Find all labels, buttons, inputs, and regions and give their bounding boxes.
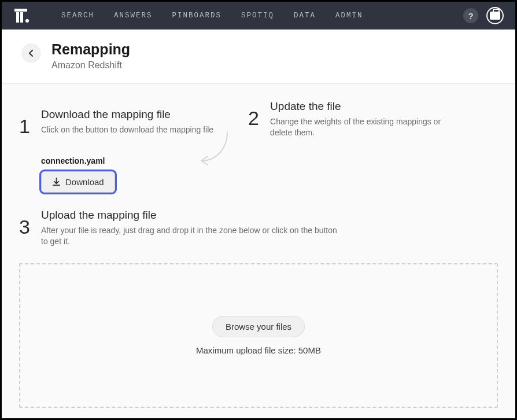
back-button[interactable]: [21, 43, 41, 63]
browse-files-button[interactable]: Browse your files: [212, 316, 305, 337]
upload-dropzone[interactable]: Browse your files Maximum upload file si…: [19, 263, 498, 408]
step-2-number: 2: [248, 108, 261, 193]
help-icon[interactable]: ?: [463, 8, 478, 23]
content: 1 Download the mapping file Click on the…: [2, 84, 515, 420]
step-3-desc: After your file is ready, just drag and …: [41, 225, 342, 247]
svg-rect-0: [14, 9, 27, 12]
briefcase-icon: [490, 12, 500, 20]
nav-data[interactable]: DATA: [294, 12, 316, 20]
svg-point-3: [25, 19, 29, 23]
step-2-desc: Change the weights of the existing mappi…: [270, 116, 461, 138]
svg-rect-2: [20, 12, 23, 23]
logo[interactable]: [14, 9, 29, 23]
max-upload-size: Maximum upload file size: 50MB: [196, 345, 321, 355]
steps-row: 1 Download the mapping file Click on the…: [19, 108, 498, 193]
step-3-number: 3: [19, 217, 32, 247]
step-1: 1 Download the mapping file Click on the…: [19, 108, 213, 193]
nav-spotiq[interactable]: SPOTIQ: [241, 12, 274, 20]
step-1-number: 1: [19, 116, 32, 193]
nav-admin[interactable]: ADMIN: [335, 12, 363, 20]
nav-answers[interactable]: ANSWERS: [114, 12, 153, 20]
page-title: Remapping: [51, 41, 130, 58]
mapping-filename: connection.yaml: [41, 156, 213, 165]
download-button-label: Download: [65, 177, 104, 187]
nav-search[interactable]: SEARCH: [61, 12, 94, 20]
download-button[interactable]: Download: [41, 171, 115, 193]
page-header: Remapping Amazon Redshift: [2, 30, 515, 84]
step-2: 2 Update the file Change the weights of …: [248, 100, 461, 193]
nav-pinboards[interactable]: PINBOARDS: [172, 12, 222, 20]
chevron-left-icon: [28, 50, 35, 57]
step-2-title: Update the file: [270, 100, 461, 113]
step-1-desc: Click on the button to download the mapp…: [41, 124, 213, 135]
step-1-title: Download the mapping file: [41, 108, 213, 121]
nav-right: ?: [463, 7, 504, 24]
avatar[interactable]: [486, 7, 504, 24]
nav-items: SEARCH ANSWERS PINBOARDS SPOTIQ DATA ADM…: [61, 12, 363, 20]
download-icon: [52, 178, 61, 186]
top-nav: SEARCH ANSWERS PINBOARDS SPOTIQ DATA ADM…: [2, 2, 515, 30]
step-3-title: Upload the mapping file: [41, 209, 342, 222]
page-subtitle: Amazon Redshift: [51, 60, 130, 71]
step-3: 3 Upload the mapping file After your fil…: [19, 209, 498, 247]
svg-rect-1: [16, 12, 19, 23]
